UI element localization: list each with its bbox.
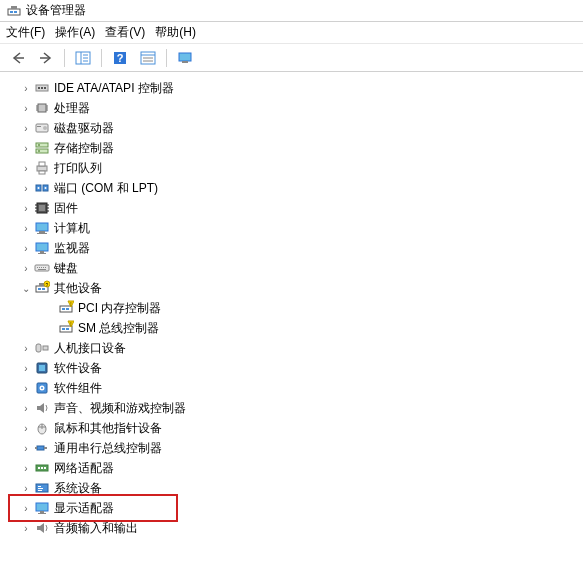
expand-arrow-icon[interactable]: › [20,243,32,254]
expand-arrow-icon[interactable]: › [20,383,32,394]
expand-arrow-icon[interactable]: › [20,343,32,354]
svg-rect-82 [43,346,48,350]
tree-node[interactable]: ›计算机 [0,218,583,238]
tree-node[interactable]: ›处理器 [0,98,583,118]
svg-rect-39 [39,171,45,174]
scan-hardware-button[interactable] [173,47,197,69]
expand-arrow-icon[interactable]: › [20,483,32,494]
expand-arrow-icon[interactable]: › [20,423,32,434]
expand-arrow-icon[interactable]: › [20,463,32,474]
svg-rect-96 [41,467,43,469]
expand-arrow-icon[interactable]: › [20,403,32,414]
expand-arrow-icon[interactable]: › [20,163,32,174]
display-adapter-icon [34,500,50,516]
svg-text:!: ! [70,321,71,327]
help-button[interactable]: ? [108,47,132,69]
tree-node[interactable]: ›音频输入和输出 [0,518,583,538]
tree-node-label: 软件设备 [54,360,102,377]
tree-node-label: 磁盘驱动器 [54,120,114,137]
expand-arrow-icon[interactable]: › [20,443,32,454]
tree-node-label: 音频输入和输出 [54,520,138,537]
svg-text:?: ? [46,282,49,288]
expand-arrow-icon[interactable]: › [20,83,32,94]
svg-point-35 [38,144,40,146]
svg-rect-66 [38,288,41,290]
device-tree[interactable]: ›IDE ATA/ATAPI 控制器›处理器›磁盘驱动器›存储控制器›打印队列›… [0,72,583,544]
svg-rect-101 [38,490,42,491]
tree-node-label: 其他设备 [54,280,102,297]
collapse-arrow-icon[interactable]: ⌄ [20,283,32,294]
svg-rect-102 [36,503,48,511]
menu-file[interactable]: 文件(F) [6,24,45,41]
tree-node[interactable]: ›端口 (COM 和 LPT) [0,178,583,198]
tree-node[interactable]: ›显示适配器 [0,498,583,518]
tree-node[interactable]: ›通用串行总线控制器 [0,438,583,458]
tree-node[interactable]: ⌄?其他设备 [0,278,583,298]
tree-node[interactable]: ›鼠标和其他指针设备 [0,418,583,438]
svg-rect-103 [40,511,44,513]
title-bar: 设备管理器 [0,0,583,22]
expand-arrow-icon[interactable]: › [20,203,32,214]
tree-node[interactable]: ›声音、视频和游戏控制器 [0,398,583,418]
tree-node[interactable]: ›打印队列 [0,158,583,178]
svg-rect-97 [44,467,46,469]
storage-controller-icon [34,140,50,156]
expand-arrow-icon[interactable]: › [20,143,32,154]
svg-rect-84 [39,365,45,371]
computer-icon [34,220,50,236]
menu-action[interactable]: 操作(A) [55,24,95,41]
tree-node[interactable]: ›监视器 [0,238,583,258]
tree-node[interactable]: ›IDE ATA/ATAPI 控制器 [0,78,583,98]
expand-arrow-icon[interactable]: › [20,223,32,234]
svg-rect-67 [42,288,45,290]
svg-point-87 [41,387,43,389]
expand-arrow-icon[interactable]: › [20,263,32,274]
expand-arrow-icon[interactable]: › [20,363,32,374]
properties-button[interactable] [136,47,160,69]
tree-node[interactable]: ›键盘 [0,258,583,278]
svg-rect-52 [36,223,48,231]
hid-icon [34,340,50,356]
svg-rect-59 [37,267,38,268]
tree-child-node[interactable]: !SM 总线控制器 [0,318,583,338]
menu-view[interactable]: 查看(V) [105,24,145,41]
tree-node-label: 键盘 [54,260,78,277]
svg-rect-37 [37,166,47,171]
tree-node-label: 系统设备 [54,480,102,497]
svg-rect-92 [44,447,47,449]
tree-node[interactable]: ›网络适配器 [0,458,583,478]
svg-point-42 [38,187,40,189]
svg-text:?: ? [117,52,124,64]
svg-rect-33 [36,143,48,147]
tree-node[interactable]: ›人机接口设备 [0,338,583,358]
tree-child-node[interactable]: !PCI 内存控制器 [0,298,583,318]
tree-node[interactable]: ›磁盘驱动器 [0,118,583,138]
tree-node[interactable]: ›软件设备 [0,358,583,378]
tree-node[interactable]: ›系统设备 [0,478,583,498]
menu-help[interactable]: 帮助(H) [155,24,196,41]
speaker-icon [34,520,50,536]
show-hide-console-tree-button[interactable] [71,47,95,69]
svg-rect-20 [38,87,40,89]
expand-arrow-icon[interactable]: › [20,123,32,134]
back-button[interactable] [6,47,30,69]
tree-node[interactable]: ›存储控制器 [0,138,583,158]
expand-arrow-icon[interactable]: › [20,503,32,514]
svg-rect-78 [66,328,69,330]
expand-arrow-icon[interactable]: › [20,183,32,194]
forward-button[interactable] [34,47,58,69]
tree-node[interactable]: ›固件 [0,198,583,218]
expand-arrow-icon[interactable]: › [20,523,32,534]
expand-arrow-icon[interactable]: › [20,103,32,114]
ide-controller-icon [34,80,50,96]
svg-rect-57 [38,253,46,254]
svg-rect-62 [43,267,44,268]
svg-rect-1 [10,11,13,13]
monitor-icon [34,240,50,256]
svg-rect-73 [66,308,69,310]
unknown-device-icon: ! [58,320,74,336]
svg-rect-91 [37,446,44,450]
svg-rect-23 [38,104,46,112]
tree-node[interactable]: ›软件组件 [0,378,583,398]
software-component-icon [34,380,50,396]
